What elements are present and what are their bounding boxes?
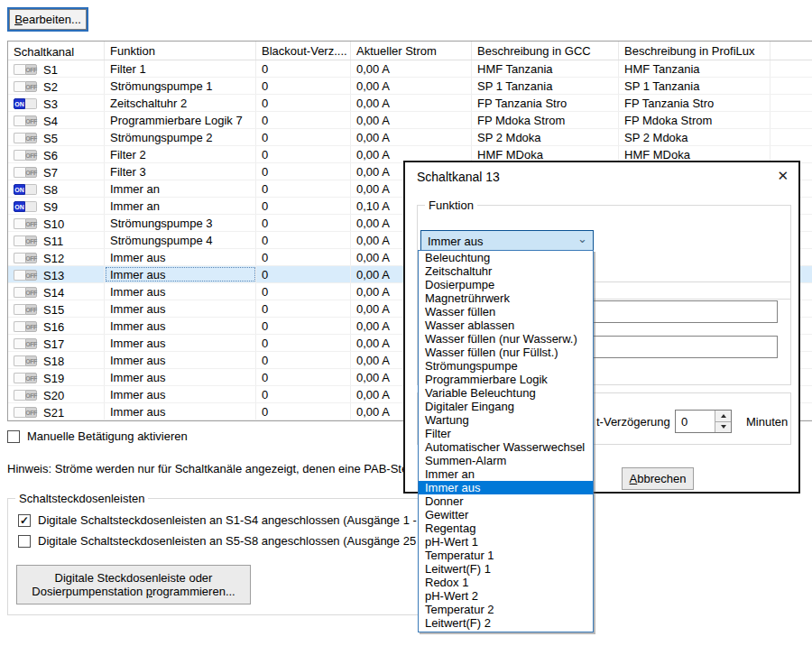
gcc-cell: SP 2 Mdoka [472, 129, 619, 145]
header-blackout[interactable]: Blackout-Verz.... [256, 42, 351, 60]
funktion-cell: Strömungspumpe 1 [105, 78, 256, 94]
dropdown-item[interactable]: Wasser füllen (nur Wasserw.) [419, 332, 593, 346]
blackout-cell: 0 [256, 95, 351, 111]
profilux-cell: FP Tanzania Stro [619, 95, 770, 111]
toggle-off-icon[interactable]: OFF [14, 133, 38, 143]
dropdown-item[interactable]: Regentag [419, 521, 593, 535]
checkbox-box[interactable] [18, 535, 31, 548]
dropdown-item[interactable]: Summen-Alarm [419, 454, 593, 467]
dropdown-item[interactable]: Redox 1 [419, 576, 593, 589]
toggle-off-icon[interactable]: OFF [14, 373, 38, 383]
dropdown-item[interactable]: Leitwert(F) 1 [419, 562, 593, 576]
dropdown-item[interactable]: Strömungspumpe [419, 359, 593, 373]
channel-label: S12 [43, 252, 64, 265]
toggle-off-icon[interactable]: OFF [14, 287, 38, 298]
funktion-combobox[interactable]: Immer aus ⌄ [420, 230, 594, 252]
channel-label: S20 [43, 389, 64, 402]
channel-cell: OFFS15 [8, 300, 105, 317]
channel-label: S8 [43, 183, 58, 197]
table-row[interactable]: OFFS1Filter 100,00 AHMF TanzaniaHMF Tanz… [8, 60, 812, 78]
cancel-button[interactable]: Abbrechen [622, 467, 694, 490]
dropdown-item[interactable]: Magnetrührwerk [419, 291, 593, 305]
table-row[interactable]: OFFS2Strömungspumpe 100,00 ASP 1 Tanzani… [8, 78, 812, 95]
toggle-off-icon[interactable]: OFF [14, 407, 38, 418]
dropdown-item[interactable]: Zeitschaltuhr [419, 264, 593, 278]
toggle-off-icon[interactable]: OFF [14, 167, 38, 178]
dropdown-item[interactable]: Temperatur 1 [419, 549, 593, 562]
edit-button[interactable]: Bearbeiten... [7, 7, 88, 32]
close-icon[interactable]: ✕ [777, 168, 789, 184]
gcc-cell: SP 1 Tanzania [472, 78, 619, 94]
toggle-off-icon[interactable]: OFF [14, 64, 38, 75]
dropdown-item[interactable]: pH-Wert 1 [419, 535, 593, 549]
channel-cell: OFFS16 [8, 318, 105, 334]
toggle-off-icon[interactable]: OFF [14, 304, 38, 315]
dropdown-item[interactable]: Donner [419, 494, 593, 508]
strip-s5-s8-checkbox[interactable]: Digitale Schaltsteckdosenleisten an S5-S… [18, 534, 450, 548]
manual-actuation-checkbox[interactable]: Manuelle Betätigung aktivieren [7, 429, 188, 443]
header-gcc[interactable]: Beschreibung in GCC [472, 42, 619, 60]
header-schaltkanal[interactable]: Schaltkanal [8, 42, 105, 60]
channel-label: S16 [43, 320, 64, 334]
dropdown-item[interactable]: Leitwert(F) 2 [419, 616, 593, 630]
spinner-down-button[interactable] [715, 422, 731, 433]
toggle-off-icon[interactable]: OFF [14, 390, 38, 401]
blackout-cell: 0 [256, 180, 351, 197]
dropdown-item[interactable]: Wartung [419, 413, 593, 427]
header-profilux[interactable]: Beschreibung in ProfiLux [619, 42, 770, 60]
blackout-cell: 0 [256, 403, 351, 420]
dropdown-item[interactable]: Wasser füllen [419, 305, 593, 318]
dropdown-item[interactable]: Immer an [419, 467, 593, 481]
profilux-cell: HMF Tanzania [619, 60, 770, 77]
toggle-off-icon[interactable]: OFF [14, 235, 38, 246]
dropdown-item[interactable]: Variable Beleuchtung [419, 386, 593, 400]
dropdown-item[interactable]: Automatischer Wasserwechsel [419, 440, 593, 454]
toggle-off-icon[interactable]: OFF [14, 355, 38, 366]
dropdown-item[interactable]: Wasser ablassen [419, 318, 593, 332]
channel-cell: OFFS18 [8, 352, 105, 368]
dropdown-item[interactable]: Wasser füllen (nur Füllst.) [419, 346, 593, 359]
main-window: Bearbeiten... Schaltkanal Funktion Black… [0, 0, 812, 646]
toggle-off-icon[interactable]: OFF [14, 115, 38, 126]
toggle-on-icon[interactable]: ON [14, 201, 38, 212]
checkbox-box[interactable] [7, 430, 20, 443]
table-row[interactable]: OFFS4Programmierbare Logik 700,00 AFP Md… [8, 112, 812, 129]
program-strip-button[interactable]: Digitale Steckdosenleiste oder Dosierpum… [16, 565, 251, 604]
dropdown-item[interactable]: Programmierbare Logik [419, 373, 593, 386]
toggle-off-icon[interactable]: OFF [14, 338, 38, 349]
blackout-cell: 0 [256, 198, 351, 214]
dropdown-item[interactable]: Filter [419, 427, 593, 440]
checkbox-check-icon[interactable]: ✓ [18, 514, 31, 527]
toggle-on-icon[interactable]: ON [14, 184, 38, 195]
dropdown-item[interactable]: pH-Wert 2 [419, 589, 593, 603]
dropdown-item[interactable]: Beleuchtung [419, 251, 593, 264]
blackout-cell: 0 [256, 266, 351, 282]
dropdown-item[interactable]: Gewitter [419, 508, 593, 521]
delay-spinner[interactable]: 0 [675, 410, 732, 433]
table-row[interactable]: ONS3Zeitschaltuhr 200,00 AFP Tanzania St… [8, 95, 812, 112]
dropdown-item[interactable]: Digitaler Eingang [419, 400, 593, 413]
table-row[interactable]: OFFS5Strömungspumpe 200,00 ASP 2 MdokaSP… [8, 129, 812, 146]
toggle-off-icon[interactable]: OFF [14, 81, 38, 92]
toggle-off-icon[interactable]: OFF [14, 253, 38, 263]
spinner-up-button[interactable] [715, 411, 731, 422]
toggle-off-icon[interactable]: OFF [14, 218, 38, 229]
dropdown-item[interactable]: Immer aus [419, 481, 593, 494]
strip-s1-s4-checkbox[interactable]: ✓ Digitale Schaltsteckdosenleisten an S1… [18, 513, 437, 527]
funktion-cell: Immer aus [105, 318, 256, 334]
edit-button-label: Bearbeiten... [14, 13, 81, 26]
toggle-off-icon[interactable]: OFF [14, 270, 38, 281]
table-header-row: Schaltkanal Funktion Blackout-Verz.... A… [8, 42, 812, 60]
header-strom[interactable]: Aktueller Strom [351, 42, 472, 60]
empty-cell [770, 60, 812, 77]
toggle-on-icon[interactable]: ON [14, 98, 38, 109]
blackout-cell: 0 [256, 112, 351, 128]
dropdown-item[interactable]: Temperatur 2 [419, 603, 593, 616]
program-strip-button-line2: Dosierpumpenstation programmieren... [32, 585, 235, 598]
toggle-off-icon[interactable]: OFF [14, 150, 38, 161]
header-funktion[interactable]: Funktion [105, 42, 256, 60]
dropdown-item[interactable]: Dosierpumpe [419, 278, 593, 291]
blackout-cell: 0 [256, 215, 351, 231]
blackout-cell: 0 [256, 386, 351, 402]
toggle-off-icon[interactable]: OFF [14, 321, 38, 332]
